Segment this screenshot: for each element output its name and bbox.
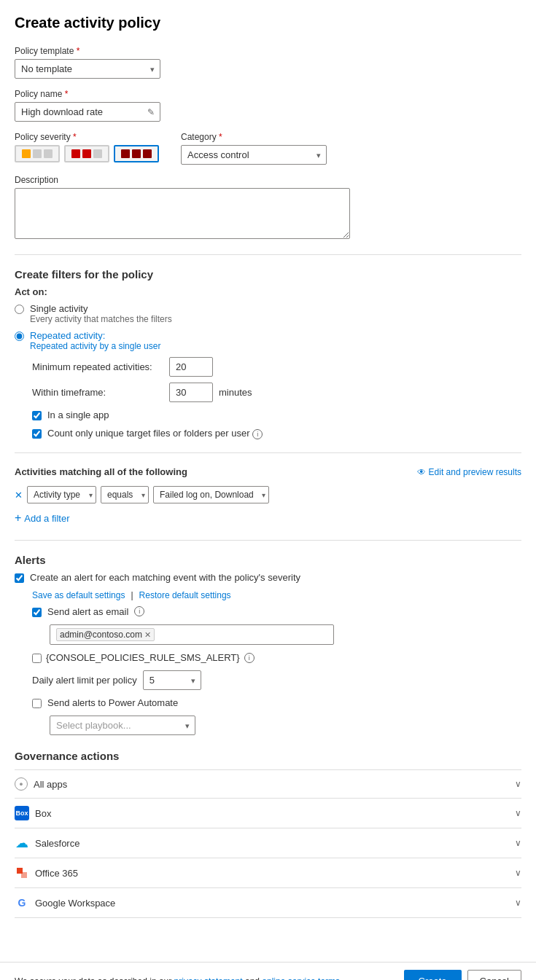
email-tag: admin@contoso.com ✕ <box>56 628 155 641</box>
salesforce-icon: ☁ <box>15 836 29 850</box>
svg-rect-1 <box>21 872 27 878</box>
policy-name-label: Policy name <box>15 89 521 99</box>
divider-2 <box>15 452 521 453</box>
gov-box[interactable]: Box Box ∨ <box>15 798 521 828</box>
count-unique-checkbox-row[interactable]: Count only unique target files or folder… <box>32 428 521 439</box>
repeated-activity-option[interactable]: Repeated activity: Repeated activity by … <box>15 330 521 351</box>
footer: We secure your data as described in our … <box>0 962 536 980</box>
power-automate-checkbox[interactable] <box>32 699 42 708</box>
repeated-activity-sublabel: Repeated activity by a single user <box>30 341 160 351</box>
filter-operator-select[interactable]: equals <box>101 486 149 503</box>
playbook-select[interactable]: Select playbook... <box>50 716 195 735</box>
create-alert-checkbox-row[interactable]: Create an alert for each matching event … <box>15 572 521 583</box>
footer-actions: Create Cancel <box>404 970 522 980</box>
gov-google-label: Google Workspace <box>35 898 115 909</box>
alerts-title: Alerts <box>15 554 521 566</box>
severity-dot-med-1 <box>71 149 80 158</box>
create-alert-checkbox[interactable] <box>15 573 24 583</box>
sms-checkbox[interactable] <box>32 654 42 663</box>
office365-icon <box>15 866 29 880</box>
create-button[interactable]: Create <box>404 970 462 980</box>
severity-low-btn[interactable] <box>15 145 60 162</box>
sms-info-icon[interactable]: i <box>244 653 255 663</box>
email-tag-remove[interactable]: ✕ <box>144 630 151 640</box>
severity-dot-low-1 <box>22 149 31 158</box>
gov-office365[interactable]: Office 365 ∨ <box>15 858 521 887</box>
single-app-label: In a single app <box>47 409 109 420</box>
count-unique-checkbox[interactable] <box>32 429 42 439</box>
single-activity-radio[interactable] <box>15 305 24 314</box>
single-activity-sublabel: Every activity that matches the filters <box>30 314 172 324</box>
gov-google[interactable]: G Google Workspace ∨ <box>15 887 521 918</box>
add-filter-btn[interactable]: + Add a filter <box>15 509 70 527</box>
activities-matching-title: Activities matching all of the following <box>15 466 187 477</box>
google-icon: G <box>15 895 29 910</box>
power-automate-checkbox-row[interactable]: Send alerts to Power Automate <box>32 697 521 708</box>
all-apps-icon: ● <box>15 777 28 791</box>
box-chevron: ∨ <box>515 808 521 818</box>
send-email-label: Send alert as email <box>47 606 128 617</box>
description-label: Description <box>15 175 521 185</box>
severity-dot-high-1 <box>121 149 130 158</box>
cancel-button[interactable]: Cancel <box>467 970 521 980</box>
category-select[interactable]: Access control <box>181 145 327 165</box>
single-activity-option[interactable]: Single activity Every activity that matc… <box>15 303 521 324</box>
send-email-checkbox-row[interactable]: Send alert as email i <box>32 606 521 617</box>
privacy-link[interactable]: privacy statement <box>174 976 243 981</box>
timeframe-input[interactable] <box>169 383 213 402</box>
category-label: Category <box>181 132 327 142</box>
severity-dot-high-3 <box>143 149 152 158</box>
policy-template-select[interactable]: No template <box>15 59 160 79</box>
gov-salesforce-label: Salesforce <box>35 838 79 849</box>
email-input-area: admin@contoso.com ✕ <box>50 624 334 645</box>
page-title: Create activity policy <box>15 15 521 31</box>
filter-row: ✕ Activity type equals Failed log on, Do… <box>15 486 521 503</box>
gov-office365-label: Office 365 <box>35 868 78 879</box>
single-app-checkbox-row[interactable]: In a single app <box>32 409 521 420</box>
divider-3 <box>15 540 521 541</box>
severity-dot-low-3 <box>44 149 53 158</box>
daily-limit-label: Daily alert limit per policy <box>32 675 137 686</box>
eye-icon: 👁 <box>417 467 426 477</box>
single-activity-label: Single activity <box>30 303 172 314</box>
gov-salesforce[interactable]: ☁ Salesforce ∨ <box>15 828 521 858</box>
severity-dot-med-3 <box>93 149 102 158</box>
sms-label: {CONSOLE_POLICIES_RULE_SMS_ALERT} <box>46 652 240 663</box>
description-textarea[interactable] <box>15 188 350 239</box>
divider-1 <box>15 254 521 255</box>
terms-link[interactable]: online service terms <box>262 976 340 981</box>
severity-dot-low-2 <box>33 149 42 158</box>
min-repeated-input[interactable] <box>169 357 213 377</box>
governance-title: Governance actions <box>15 750 521 762</box>
timeframe-unit: minutes <box>219 387 252 398</box>
box-icon: Box <box>15 806 29 820</box>
filter-activity-type-select[interactable]: Activity type <box>27 486 96 503</box>
severity-dot-med-2 <box>82 149 91 158</box>
all-apps-chevron: ∨ <box>515 779 521 789</box>
plus-icon: + <box>15 512 21 524</box>
send-email-checkbox[interactable] <box>32 608 42 617</box>
policy-severity-label: Policy severity <box>15 132 159 142</box>
email-info-icon[interactable]: i <box>134 606 144 616</box>
edit-icon: ✎ <box>147 107 155 117</box>
repeated-activity-radio[interactable] <box>15 332 24 341</box>
severity-medium-btn[interactable] <box>64 145 109 162</box>
filter-remove-btn[interactable]: ✕ <box>15 490 23 501</box>
save-default-btn[interactable]: Save as default settings <box>32 590 125 600</box>
footer-text: We secure your data as described in our … <box>15 976 340 981</box>
daily-limit-select[interactable]: 5 10 20 50 No limit <box>143 670 201 690</box>
policy-name-input[interactable] <box>15 102 160 122</box>
sms-checkbox-row[interactable]: {CONSOLE_POLICIES_RULE_SMS_ALERT} i <box>32 652 521 663</box>
salesforce-chevron: ∨ <box>515 838 521 848</box>
severity-dot-high-2 <box>132 149 141 158</box>
single-app-checkbox[interactable] <box>32 411 42 420</box>
filter-value-select[interactable]: Failed log on, Download <box>153 486 269 503</box>
edit-preview-btn[interactable]: 👁 Edit and preview results <box>417 467 521 477</box>
count-unique-info-icon[interactable]: i <box>252 429 263 439</box>
gov-all-apps[interactable]: ● All apps ∨ <box>15 769 521 798</box>
within-timeframe-label: Within timeframe: <box>32 387 163 398</box>
policy-template-label: Policy template <box>15 46 521 56</box>
restore-default-btn[interactable]: Restore default settings <box>139 590 231 600</box>
gov-box-label: Box <box>35 808 51 819</box>
severity-high-btn[interactable] <box>114 145 159 162</box>
